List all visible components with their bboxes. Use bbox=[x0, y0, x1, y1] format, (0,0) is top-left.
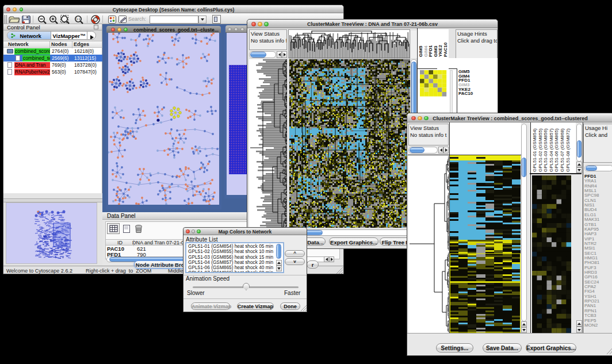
svg-text:GPL51-01 (GSM854): GPL51-01 (GSM854) bbox=[532, 128, 537, 172]
svg-text:1:1: 1:1 bbox=[76, 17, 81, 21]
svg-text:GPL51-03 (GSM856): GPL51-03 (GSM856) bbox=[543, 128, 548, 172]
svg-text:GPL51-07 (GSM868): GPL51-07 (GSM868) bbox=[560, 128, 565, 172]
svg-text:PAC10: PAC10 bbox=[443, 42, 448, 57]
svg-text:GPL51-08 (GSM872): GPL51-08 (GSM872) bbox=[565, 128, 571, 172]
svg-text:GPL51-04 (GSM857): GPL51-04 (GSM857) bbox=[549, 128, 554, 172]
svg-text:GPL51-06 (GSM865): GPL51-06 (GSM865) bbox=[554, 128, 559, 172]
svg-text:Search:: Search: bbox=[128, 16, 146, 22]
svg-text:GPL51-02 (GSM855): GPL51-02 (GSM855) bbox=[538, 128, 543, 172]
